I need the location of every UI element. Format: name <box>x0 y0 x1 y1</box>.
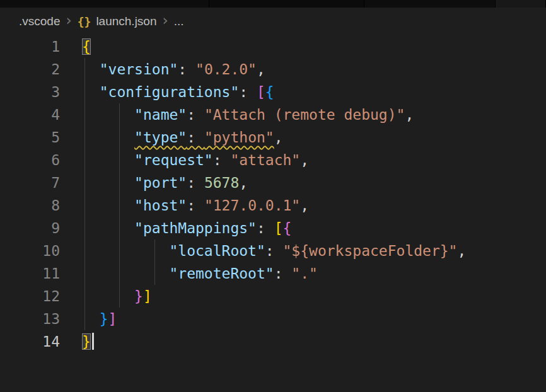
code-line[interactable]: 2 "version": "0.2.0", <box>0 58 546 81</box>
code-token: "host" <box>134 197 187 214</box>
code-line[interactable]: 4 "name": "Attach (remote debug)", <box>0 103 546 126</box>
code-line-content: "type": "python", <box>82 126 283 149</box>
code-token: : <box>178 61 195 78</box>
editor-tab[interactable] <box>209 0 364 8</box>
code-token <box>82 288 134 304</box>
code-line[interactable]: 1{ <box>0 35 546 58</box>
line-number[interactable]: 10 <box>0 239 60 262</box>
code-token: { <box>265 84 274 100</box>
code-token: "configurations" <box>100 84 240 100</box>
code-line-content: { <box>82 35 91 58</box>
code-line[interactable]: 11 "remoteRoot": "." <box>0 262 546 285</box>
code-line-content: "port": 5678, <box>82 171 248 194</box>
editor-tab[interactable] <box>0 0 209 8</box>
tab-bar <box>0 0 546 8</box>
code-token: , <box>274 129 283 146</box>
editor-tab-spacer <box>496 0 546 8</box>
line-number[interactable]: 8 <box>0 194 60 217</box>
code-line-content: }] <box>82 285 152 308</box>
code-line[interactable]: 8 "host": "127.0.0.1", <box>0 194 546 217</box>
code-token: } <box>100 311 108 327</box>
code-token: , <box>257 61 265 78</box>
line-number[interactable]: 2 <box>0 58 60 81</box>
code-lines: 1{2 "version": "0.2.0",3 "configurations… <box>0 35 546 353</box>
line-number[interactable]: 13 <box>0 308 60 330</box>
code-line[interactable]: 14} <box>0 330 546 353</box>
code-token: "port" <box>134 175 187 191</box>
code-line-content: "version": "0.2.0", <box>82 58 265 81</box>
line-number[interactable]: 9 <box>0 217 60 239</box>
breadcrumb-symbol[interactable]: ... <box>174 14 184 28</box>
code-line[interactable]: 9 "pathMappings": [{ <box>0 217 546 239</box>
code-token: , <box>300 152 309 168</box>
text-cursor <box>92 333 94 350</box>
code-token <box>82 129 134 146</box>
code-token <box>82 265 169 282</box>
code-token <box>82 311 100 327</box>
code-token: : <box>187 129 204 146</box>
line-number[interactable]: 1 <box>0 35 60 58</box>
code-token: , <box>457 243 466 259</box>
code-token: : <box>187 175 204 191</box>
code-token: : <box>265 243 283 259</box>
code-token: } <box>82 333 91 350</box>
code-line-content: "pathMappings": [{ <box>82 217 291 239</box>
line-number[interactable]: 14 <box>0 330 60 353</box>
line-number[interactable]: 11 <box>0 262 60 285</box>
code-token: ] <box>108 311 117 327</box>
code-line[interactable]: 13 }] <box>0 308 546 330</box>
code-token: [ <box>257 84 265 100</box>
code-token: "localRoot" <box>169 243 265 259</box>
code-token: : <box>187 197 204 214</box>
code-token: "${workspaceFolder}" <box>283 243 458 259</box>
code-token: "name" <box>134 107 187 123</box>
code-line[interactable]: 7 "port": 5678, <box>0 171 546 194</box>
code-line[interactable]: 6 "request": "attach", <box>0 149 546 171</box>
code-token <box>82 243 169 259</box>
line-number[interactable]: 6 <box>0 149 60 171</box>
code-line-content: "configurations": [{ <box>82 81 274 103</box>
code-line-content: "name": "Attach (remote debug)", <box>82 103 414 126</box>
code-token: : <box>274 265 292 282</box>
code-token: } <box>134 288 143 304</box>
code-line[interactable]: 5 "type": "python", <box>0 126 546 149</box>
code-token: : <box>239 84 257 100</box>
code-token: "type" <box>134 129 187 146</box>
code-token: "python" <box>204 129 274 146</box>
code-token: "version" <box>100 61 178 78</box>
breadcrumb-folder[interactable]: .vscode <box>19 14 60 28</box>
breadcrumb-file[interactable]: {} launch.json <box>78 14 157 28</box>
json-braces-icon: {} <box>78 15 91 28</box>
line-number[interactable]: 12 <box>0 285 60 308</box>
code-token: "." <box>291 265 318 282</box>
code-token <box>82 175 134 191</box>
editor-tab[interactable] <box>364 0 496 8</box>
code-line-content: "request": "attach", <box>82 149 309 171</box>
code-line-content: } <box>82 330 94 353</box>
code-token: 5678 <box>204 175 239 191</box>
chevron-right-icon: › <box>163 13 168 28</box>
code-token <box>82 84 100 100</box>
line-number[interactable]: 3 <box>0 81 60 103</box>
line-number[interactable]: 5 <box>0 126 60 149</box>
code-token: { <box>82 38 91 55</box>
code-token: : <box>257 220 274 236</box>
code-token: ] <box>143 288 152 304</box>
code-token <box>82 152 134 168</box>
code-line-content: }] <box>82 308 117 330</box>
code-token: [ <box>274 220 283 236</box>
breadcrumb-file-label: launch.json <box>96 14 156 28</box>
line-number[interactable]: 7 <box>0 171 60 194</box>
code-token: "pathMappings" <box>134 220 257 236</box>
code-token: "request" <box>134 152 213 168</box>
code-line[interactable]: 12 }] <box>0 285 546 308</box>
code-line-content: "localRoot": "${workspaceFolder}", <box>82 239 466 262</box>
line-number[interactable]: 4 <box>0 103 60 126</box>
code-token: : <box>213 152 231 168</box>
code-line[interactable]: 3 "configurations": [{ <box>0 81 546 103</box>
code-line[interactable]: 10 "localRoot": "${workspaceFolder}", <box>0 239 546 262</box>
code-area[interactable]: 1{2 "version": "0.2.0",3 "configurations… <box>0 35 546 353</box>
code-token <box>82 107 134 123</box>
code-token: "0.2.0" <box>195 61 257 78</box>
breadcrumb: .vscode › {} launch.json › ... <box>0 8 546 35</box>
